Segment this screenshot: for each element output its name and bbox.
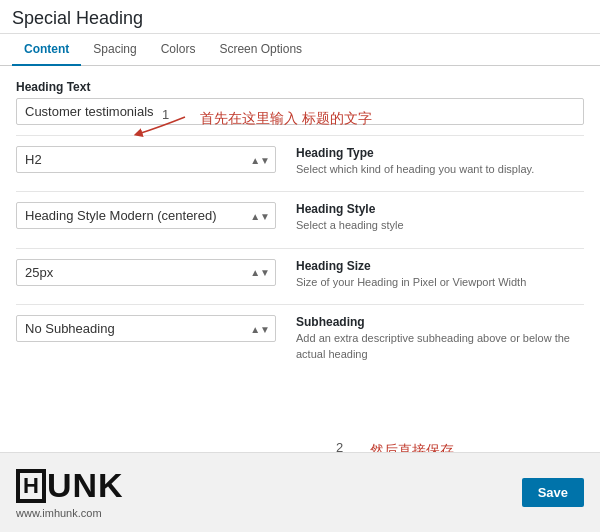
heading-type-row: H2 H1 H3 H4 ▲▼ Heading Type Select which…	[16, 146, 584, 177]
divider-3	[16, 248, 584, 249]
heading-size-desc: Size of your Heading in Pixel or Viewpor…	[296, 275, 584, 290]
heading-text-label: Heading Text	[16, 80, 584, 94]
tab-colors[interactable]: Colors	[149, 34, 208, 66]
page-wrapper: Special Heading Content Spacing Colors S…	[0, 0, 600, 532]
heading-style-desc: Select a heading style	[296, 218, 584, 233]
page-title: Special Heading	[0, 0, 600, 34]
subheading-title: Subheading	[296, 315, 584, 329]
heading-size-left: 25px 20px 30px ▲▼	[16, 259, 296, 286]
heading-style-left: Heading Style Modern (centered) Heading …	[16, 202, 296, 229]
heading-style-title: Heading Style	[296, 202, 584, 216]
heading-size-row: 25px 20px 30px ▲▼ Heading Size Size of y…	[16, 259, 584, 290]
heading-style-select[interactable]: Heading Style Modern (centered) Heading …	[16, 202, 276, 229]
logo-unk-text: UNK	[47, 466, 124, 505]
logo-h-box: H	[16, 469, 46, 503]
logo-url: www.imhunk.com	[16, 507, 124, 519]
tabs-bar: Content Spacing Colors Screen Options	[0, 34, 600, 66]
heading-size-title: Heading Size	[296, 259, 584, 273]
subheading-right: Subheading Add an extra descriptive subh…	[296, 315, 584, 362]
divider-2	[16, 191, 584, 192]
heading-type-left: H2 H1 H3 H4 ▲▼	[16, 146, 296, 173]
footer-area: H UNK www.imhunk.com Save	[0, 452, 600, 532]
content-area: Heading Text H2 H1 H3 H4 ▲▼ Heading Type	[0, 66, 600, 390]
tab-screen-options[interactable]: Screen Options	[207, 34, 314, 66]
heading-style-select-wrapper: Heading Style Modern (centered) Heading …	[16, 202, 276, 229]
heading-style-row: Heading Style Modern (centered) Heading …	[16, 202, 584, 233]
logo-hunk-text: H UNK	[16, 466, 124, 505]
heading-text-input[interactable]	[16, 98, 584, 125]
subheading-left: No Subheading Above Heading Below Headin…	[16, 315, 296, 342]
divider-1	[16, 135, 584, 136]
tab-content[interactable]: Content	[12, 34, 81, 66]
heading-type-title: Heading Type	[296, 146, 584, 160]
heading-type-select-wrapper: H2 H1 H3 H4 ▲▼	[16, 146, 276, 173]
heading-type-right: Heading Type Select which kind of headin…	[296, 146, 584, 177]
heading-type-desc: Select which kind of heading you want to…	[296, 162, 584, 177]
subheading-select-wrapper: No Subheading Above Heading Below Headin…	[16, 315, 276, 342]
footer-logo: H UNK www.imhunk.com	[16, 466, 124, 519]
heading-size-select[interactable]: 25px 20px 30px	[16, 259, 276, 286]
save-button[interactable]: Save	[522, 478, 584, 507]
heading-text-field-group: Heading Text	[16, 80, 584, 125]
divider-4	[16, 304, 584, 305]
heading-type-select[interactable]: H2 H1 H3 H4	[16, 146, 276, 173]
tab-spacing[interactable]: Spacing	[81, 34, 148, 66]
subheading-row: No Subheading Above Heading Below Headin…	[16, 315, 584, 362]
subheading-desc: Add an extra descriptive subheading abov…	[296, 331, 584, 362]
heading-style-right: Heading Style Select a heading style	[296, 202, 584, 233]
heading-size-right: Heading Size Size of your Heading in Pix…	[296, 259, 584, 290]
heading-size-select-wrapper: 25px 20px 30px ▲▼	[16, 259, 276, 286]
subheading-select[interactable]: No Subheading Above Heading Below Headin…	[16, 315, 276, 342]
